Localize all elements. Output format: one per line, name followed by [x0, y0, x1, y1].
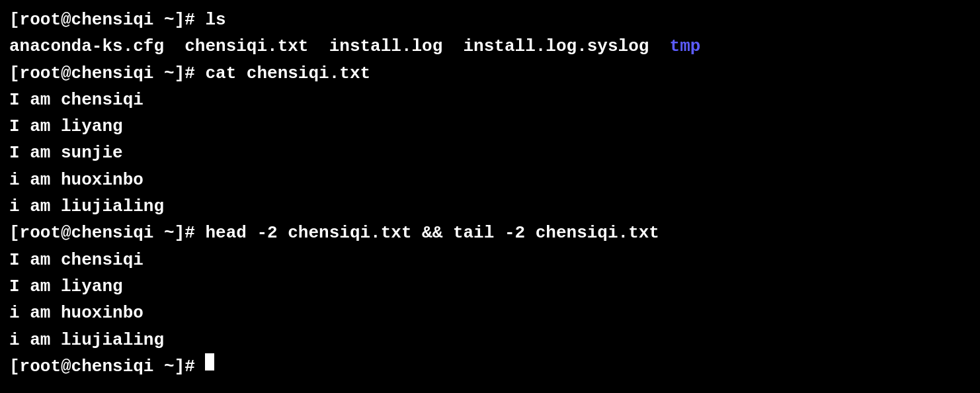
terminal-text: I am liyang: [9, 273, 123, 300]
terminal-text: i am liujialing: [9, 327, 164, 353]
terminal-line: I am liyang: [9, 113, 971, 140]
terminal-line: [root@chensiqi ~]# cat chensiqi.txt: [9, 60, 971, 87]
terminal-text: [root@chensiqi ~]#: [9, 353, 205, 380]
terminal-text: [root@chensiqi ~]# ls: [9, 7, 226, 33]
terminal-cursor: [205, 353, 214, 371]
terminal-text: I am liyang: [9, 113, 123, 140]
terminal-line: I am chensiqi: [9, 87, 971, 113]
terminal-text: anaconda-ks.cfg chensiqi.txt install.log…: [9, 33, 670, 60]
terminal-line: i am huoxinbo: [9, 167, 971, 193]
terminal-text: I am chensiqi: [9, 87, 143, 113]
terminal-text: I am chensiqi: [9, 247, 143, 273]
terminal-line: I am liyang: [9, 273, 971, 300]
terminal-text: i am liujialing: [9, 193, 164, 220]
terminal-text: i am huoxinbo: [9, 167, 143, 193]
terminal-text: tmp: [670, 33, 701, 60]
terminal-window[interactable]: [root@chensiqi ~]# lsanaconda-ks.cfg che…: [0, 0, 980, 393]
terminal-line: [root@chensiqi ~]# head -2 chensiqi.txt …: [9, 220, 971, 246]
terminal-line: i am liujialing: [9, 193, 971, 220]
terminal-line: I am chensiqi: [9, 247, 971, 273]
terminal-text: I am sunjie: [9, 140, 123, 166]
terminal-line: [root@chensiqi ~]#: [9, 353, 971, 380]
terminal-text: [root@chensiqi ~]# head -2 chensiqi.txt …: [9, 220, 659, 246]
terminal-line: i am huoxinbo: [9, 300, 971, 326]
terminal-text: i am huoxinbo: [9, 300, 143, 326]
terminal-line: I am sunjie: [9, 140, 971, 166]
terminal-line: i am liujialing: [9, 327, 971, 353]
terminal-text: [root@chensiqi ~]# cat chensiqi.txt: [9, 60, 370, 87]
terminal-line: anaconda-ks.cfg chensiqi.txt install.log…: [9, 33, 971, 60]
terminal-line: [root@chensiqi ~]# ls: [9, 7, 971, 33]
